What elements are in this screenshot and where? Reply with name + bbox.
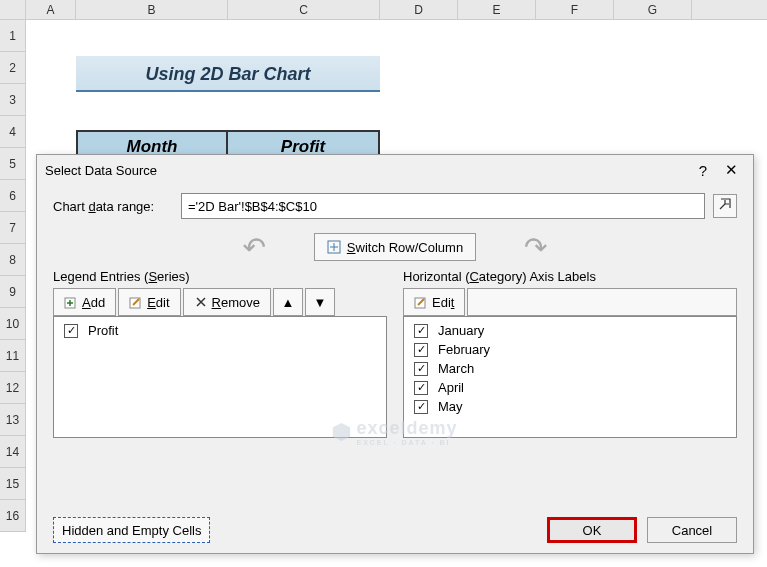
list-item[interactable]: April: [404, 378, 736, 397]
category-name: January: [438, 323, 484, 338]
category-name: April: [438, 380, 464, 395]
toolbar-filler: [467, 288, 737, 316]
list-item[interactable]: Profit: [54, 321, 386, 340]
select-data-source-dialog: Select Data Source ? ✕ Chart data range:…: [36, 154, 754, 554]
row-header[interactable]: 5: [0, 148, 25, 180]
switch-icon: [327, 240, 341, 254]
swap-arrow-icon: ↷: [243, 231, 266, 264]
chart-data-range-input[interactable]: [181, 193, 705, 219]
move-up-button[interactable]: ▲: [273, 288, 303, 316]
col-header[interactable]: A: [26, 0, 76, 19]
column-headers: A B C D E F G: [0, 0, 767, 20]
edit-series-button[interactable]: Edit: [118, 288, 180, 316]
axis-labels-label: Horizontal (Category) Axis Labels: [403, 269, 737, 284]
category-name: May: [438, 399, 463, 414]
add-icon: [64, 295, 78, 309]
category-name: March: [438, 361, 474, 376]
add-series-button[interactable]: Add: [53, 288, 116, 316]
row-header[interactable]: 4: [0, 116, 25, 148]
series-listbox[interactable]: Profit: [53, 316, 387, 438]
checkbox[interactable]: [414, 324, 428, 338]
dialog-titlebar[interactable]: Select Data Source ? ✕: [37, 155, 753, 185]
row-header[interactable]: 16: [0, 500, 25, 532]
row-header[interactable]: 10: [0, 308, 25, 340]
row-header[interactable]: 11: [0, 340, 25, 372]
edit-axis-labels-button[interactable]: Edit: [403, 288, 465, 316]
move-down-button[interactable]: ▼: [305, 288, 335, 316]
checkbox[interactable]: [64, 324, 78, 338]
row-headers: 1 2 3 4 5 6 7 8 9 10 11 12 13 14 15 16: [0, 20, 26, 532]
collapse-range-button[interactable]: [713, 194, 737, 218]
ok-button[interactable]: OK: [547, 517, 637, 543]
row-header[interactable]: 1: [0, 20, 25, 52]
cancel-button[interactable]: Cancel: [647, 517, 737, 543]
hidden-empty-cells-button[interactable]: Hidden and Empty Cells: [53, 517, 210, 543]
checkbox[interactable]: [414, 362, 428, 376]
checkbox[interactable]: [414, 381, 428, 395]
watermark-sub: EXCEL · DATA · BI: [356, 439, 457, 446]
col-header[interactable]: G: [614, 0, 692, 19]
list-item[interactable]: January: [404, 321, 736, 340]
category-name: February: [438, 342, 490, 357]
row-header[interactable]: 2: [0, 52, 25, 84]
categories-listbox[interactable]: January February March April May: [403, 316, 737, 438]
close-button[interactable]: ✕: [717, 161, 745, 179]
chevron-down-icon: ▼: [314, 295, 327, 310]
sheet-title: Using 2D Bar Chart: [76, 56, 380, 92]
row-header[interactable]: 15: [0, 468, 25, 500]
list-item[interactable]: May: [404, 397, 736, 416]
remove-icon: [194, 295, 208, 309]
col-header[interactable]: F: [536, 0, 614, 19]
col-header[interactable]: E: [458, 0, 536, 19]
collapse-icon: [719, 198, 731, 210]
row-header[interactable]: 12: [0, 372, 25, 404]
select-all-corner[interactable]: [0, 0, 26, 19]
chart-data-range-label: Chart data range:: [53, 199, 173, 214]
col-header[interactable]: D: [380, 0, 458, 19]
edit-icon: [129, 295, 143, 309]
col-header[interactable]: C: [228, 0, 380, 19]
help-button[interactable]: ?: [689, 162, 717, 179]
legend-entries-label: Legend Entries (Series): [53, 269, 387, 284]
swap-arrow-icon: ↷: [524, 231, 547, 264]
row-header[interactable]: 7: [0, 212, 25, 244]
row-header[interactable]: 6: [0, 180, 25, 212]
edit-icon: [414, 295, 428, 309]
list-item[interactable]: February: [404, 340, 736, 359]
row-header[interactable]: 14: [0, 436, 25, 468]
series-name: Profit: [88, 323, 118, 338]
col-header[interactable]: B: [76, 0, 228, 19]
row-header[interactable]: 8: [0, 244, 25, 276]
chevron-up-icon: ▲: [282, 295, 295, 310]
remove-series-button[interactable]: Remove: [183, 288, 271, 316]
switch-row-column-button[interactable]: Switch Row/Column: [314, 233, 476, 261]
axis-labels-panel: Horizontal (Category) Axis Labels Edit J…: [403, 269, 737, 438]
checkbox[interactable]: [414, 343, 428, 357]
dialog-title: Select Data Source: [45, 163, 689, 178]
legend-entries-panel: Legend Entries (Series) Add Edit Remove: [53, 269, 387, 438]
list-item[interactable]: March: [404, 359, 736, 378]
checkbox[interactable]: [414, 400, 428, 414]
row-header[interactable]: 13: [0, 404, 25, 436]
row-header[interactable]: 9: [0, 276, 25, 308]
row-header[interactable]: 3: [0, 84, 25, 116]
